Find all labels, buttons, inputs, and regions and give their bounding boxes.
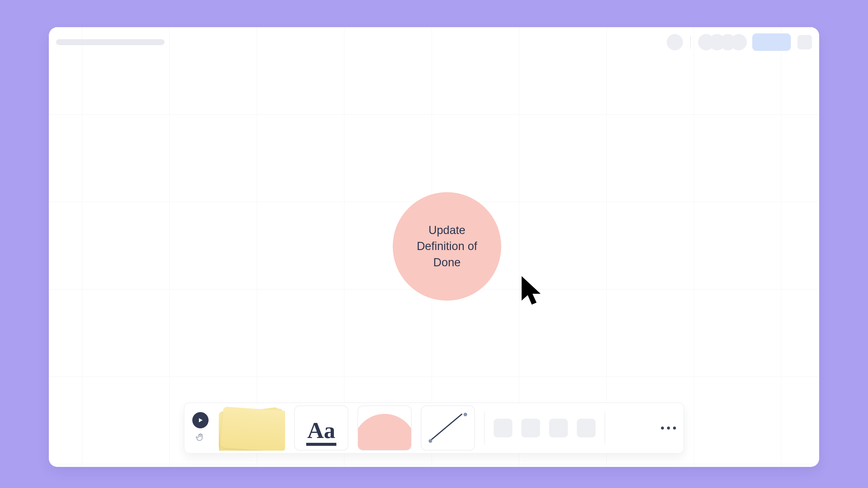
tool-placeholder[interactable] [494,419,513,437]
collaborator-avatar[interactable] [731,34,747,50]
circle-shape-icon [358,414,412,451]
bottom-toolbar: Aa [184,402,684,454]
connector-line-tool[interactable] [421,405,475,451]
header-divider [690,36,691,49]
shape-tool[interactable] [358,405,412,451]
text-tool[interactable]: Aa [294,405,348,451]
canvas-shape-circle[interactable]: Update Definition of Done [393,192,501,301]
play-icon [197,417,204,423]
sticky-note-tool[interactable] [219,405,285,451]
collaborator-avatars[interactable] [698,34,747,50]
more-tools-button[interactable] [660,420,677,436]
tool-placeholder[interactable] [521,419,540,437]
line-icon [429,413,467,443]
app-window: Update Definition of Done Aa [49,27,819,467]
hand-icon [195,432,205,442]
title-placeholder [56,39,164,45]
ellipsis-icon [661,427,676,429]
mode-switcher [191,412,210,444]
toolbar-divider [484,412,485,445]
header-menu-button[interactable] [798,35,812,50]
toolbar-divider [604,412,605,445]
tool-placeholder[interactable] [577,419,595,437]
pan-hand-button[interactable] [194,431,207,444]
svg-marker-2 [199,418,203,422]
present-mode-button[interactable] [192,412,209,428]
canvas-shape-text: Update Definition of Done [405,222,489,270]
text-tool-icon: Aa [306,419,337,446]
sticky-note-icon [219,407,285,451]
tool-placeholder[interactable] [549,419,568,437]
header-bar [49,27,819,57]
user-avatar[interactable] [667,34,683,50]
extra-tools-group [494,419,595,437]
share-button[interactable] [752,33,791,51]
